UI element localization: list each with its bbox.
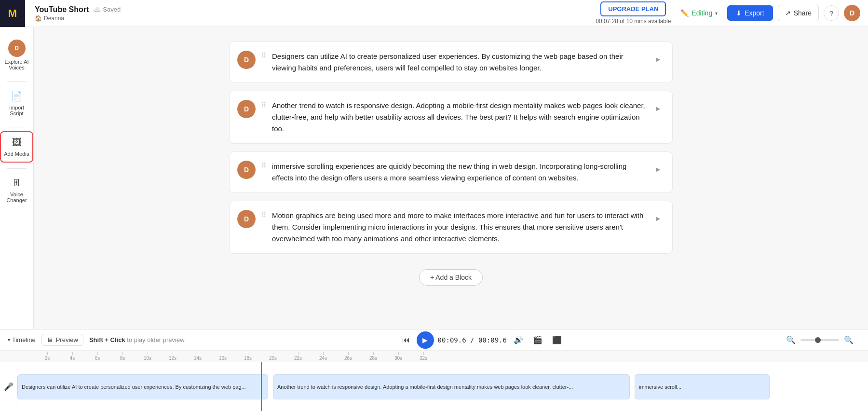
preview-tab[interactable]: 🖥 Preview [41,334,83,346]
script-block[interactable]: D ⠿ immersive scrolling experiences are … [229,151,673,193]
content-area: D ⠿ Designers can utilize AI to create p… [34,27,868,329]
editing-label: Editing [692,9,712,17]
monitor-icon: 🖥 [47,336,53,343]
saved-badge: ☁️ Saved [93,6,121,14]
drag-handle-icon: ⠿ [261,210,266,219]
block-text: Designers can utilize AI to create perso… [272,51,645,74]
tracks-area[interactable]: Designers can utilize AI to create perso… [17,362,868,411]
track-clip[interactable]: Another trend to watch is responsive des… [273,374,630,399]
block-text: Motion graphics are being used more and … [272,210,645,245]
zoom-slider[interactable] [800,339,839,341]
drag-handle-icon: ⠿ [261,100,266,109]
upgrade-button[interactable]: UPGRADE PLAN [600,1,666,16]
track-clip[interactable]: immersive scroll... [635,374,770,399]
ruler-mark: 30s [386,352,411,362]
block-play-button[interactable]: ▶ [651,212,665,225]
sidebar-divider [7,81,27,82]
skip-back-button[interactable]: ⏮ [399,334,413,346]
block-text: Another trend to watch is responsive des… [272,100,645,135]
header-right: UPGRADE PLAN 00:07:28 of 10 mins availab… [596,1,860,26]
header-title-row: YouTube Short ☁️ Saved [35,5,121,14]
voice-changer-icon: 🎚 [12,178,22,189]
sidebar-item-add-media[interactable]: 🖼 Add Media [0,131,33,163]
mic-icon-track: 🎤 [0,362,17,411]
time-total: 00:09.6 [478,336,507,344]
duration-info: 00:07:28 of 10 mins available [596,17,671,26]
drag-handle-icon: ⠿ [261,51,266,59]
logo-icon: M [8,7,17,20]
blocks-container: D ⠿ Designers can utilize AI to create p… [229,41,673,289]
zoom-out-button[interactable]: 🔍 [783,333,799,346]
breadcrumb: 🏠 Deanna [35,15,121,22]
block-play-button[interactable]: ▶ [651,102,665,115]
captions-button[interactable]: ⬛ [549,333,565,346]
avatar-sidebar: D [8,40,26,57]
ruler-mark: 32s [411,352,436,362]
block-play-button[interactable]: ▶ [651,53,665,66]
ruler-mark: 20s [260,352,285,362]
play-button[interactable]: ▶ [417,331,434,349]
sidebar-divider-2 [7,127,27,127]
timeline-tracks: 🎤 Designers can utilize AI to create per… [0,362,868,411]
project-title: YouTube Short [35,5,89,14]
script-block[interactable]: D ⠿ Designers can utilize AI to create p… [229,41,673,83]
shift-click-bold: Shift + Click [89,336,125,343]
share-icon: ↗ [785,9,791,17]
ruler-mark: 28s [361,352,386,362]
block-play-button[interactable]: ▶ [651,163,665,176]
drag-handle-icon: ⠿ [261,161,266,169]
block-avatar: D [237,210,256,228]
sidebar-item-label: VoiceChanger [6,192,27,203]
settings-button[interactable]: 🎬 [530,333,545,346]
share-button[interactable]: ↗ Share [778,5,819,21]
ruler-mark: 4s [60,352,85,362]
sidebar-item-explore-ai-voices[interactable]: D Explore AIVoices [0,35,33,75]
add-block-button[interactable]: + Add a Block [419,269,483,286]
time-display: 00:09.6 / 00:09.6 [438,336,507,344]
duration-used: 00:07:28 [596,18,618,25]
clip-text: Another trend to watch is responsive des… [277,384,573,390]
logo[interactable]: M [0,0,25,27]
timeline-toggle[interactable]: ▾ Timeline [8,336,36,343]
help-button[interactable]: ? [824,5,839,21]
ruler-marks: 2s 4s 6s 8s 10s 12s 14s 16s 18s 20s 22s … [35,351,436,362]
zoom-in-button[interactable]: 🔍 [841,333,856,346]
block-avatar: D [237,161,256,179]
preview-label: Preview [56,336,78,343]
ruler-mark: 12s [160,352,185,362]
script-block[interactable]: D ⠿ Another trend to watch is responsive… [229,91,673,144]
share-label: Share [794,9,812,17]
main-layout: D Explore AIVoices 📄 ImportScript 🖼 Add … [0,27,868,329]
timeline-panel: ▾ Timeline 🖥 Preview Shift + Click to pl… [0,329,868,411]
ruler-mark: 8s [110,352,135,362]
export-label: Export [745,9,764,17]
sidebar-item-voice-changer[interactable]: 🎚 VoiceChanger [0,173,33,208]
timeline-toggle-label: Timeline [12,336,36,343]
shift-click-hint: Shift + Click to play older preview [89,336,185,343]
sidebar: D Explore AIVoices 📄 ImportScript 🖼 Add … [0,27,34,329]
export-button[interactable]: ⬇ Export [727,5,773,21]
script-block[interactable]: D ⠿ Motion graphics are being used more … [229,201,673,254]
zoom-thumb [815,337,821,343]
volume-button[interactable]: 🔊 [511,333,526,346]
editing-button[interactable]: ✏️ Editing ▾ [676,6,722,20]
block-avatar: D [237,100,256,118]
ruler-mark: 10s [135,352,160,362]
import-script-icon: 📄 [11,90,23,102]
chevron-down-icon: ▾ [715,11,718,16]
playback-controls: ⏮ ▶ 00:09.6 / 00:09.6 🔊 🎬 ⬛ [399,331,565,349]
duration-total: 10 mins available [626,18,671,25]
chevron-down-icon: ▾ [8,337,10,342]
avatar[interactable]: D [844,5,860,21]
ruler-mark: 14s [185,352,210,362]
pencil-icon: ✏️ [680,9,689,17]
ruler-mark: 22s [285,352,311,362]
track-clip[interactable]: Designers can utilize AI to create perso… [17,374,268,399]
timeline-ruler: 2s 4s 6s 8s 10s 12s 14s 16s 18s 20s 22s … [0,351,868,362]
sidebar-item-label: Explore AIVoices [4,59,28,70]
sidebar-item-import-script[interactable]: 📄 ImportScript [0,85,33,121]
zoom-controls: 🔍 🔍 [779,333,860,346]
time-current: 00:09.6 [438,336,466,344]
home-icon: 🏠 [35,15,42,22]
clip-text: Designers can utilize AI to create perso… [22,384,246,390]
